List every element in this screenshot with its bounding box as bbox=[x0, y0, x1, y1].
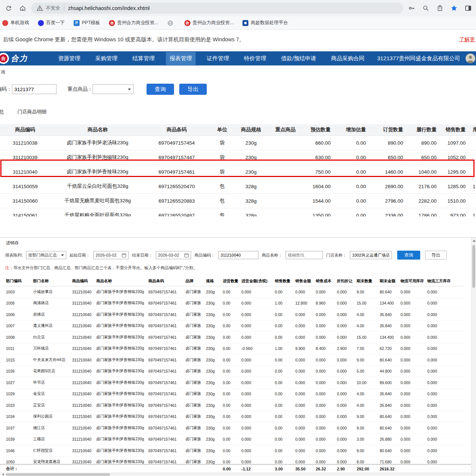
vertical-scrollbar[interactable] bbox=[471, 238, 476, 476]
table-cell: 0.000 bbox=[427, 320, 464, 332]
bookmark-item[interactable]: 单机游戏 bbox=[2, 20, 29, 26]
table-row[interactable]: 1015中天未来方舟H4店311210040卤门家族手剥笋香辣味230g6970… bbox=[3, 354, 464, 366]
table-cell: 0.00 bbox=[222, 445, 241, 457]
bookmark-item[interactable]: P PPT模板 bbox=[74, 20, 100, 26]
scroll-left-icon[interactable] bbox=[1, 473, 5, 476]
bookmark-item[interactable]: 合 贵州合力商业投资... bbox=[184, 20, 234, 26]
table-cell: 2176.00 bbox=[409, 179, 443, 194]
table-cell: 毕节店 bbox=[33, 377, 72, 389]
table-row[interactable]: 1006息烽店311210040卤门家族手剥笋香辣味230g6970497157… bbox=[3, 309, 464, 321]
report-type-label: 报表陈列: bbox=[5, 253, 23, 258]
url-bar[interactable]: 不安全 zhsapi.helichaoshi.com/index.xhtml bbox=[31, 3, 403, 14]
table-cell: 6970497157461 bbox=[148, 434, 185, 445]
key-product-select[interactable] bbox=[93, 84, 134, 94]
tab-summary-partial[interactable]: 总 bbox=[0, 109, 4, 115]
table-cell: 0.00 bbox=[222, 286, 241, 298]
table-row[interactable]: 311210040卤门家族手剥笋香辣味230g6970497157461袋230… bbox=[0, 165, 476, 179]
nav-item-specials[interactable]: 特价管理 bbox=[240, 52, 270, 65]
table-cell: 卤门家族手剥笋香辣味230g bbox=[96, 320, 148, 332]
table-row[interactable]: 311210038卤门家族手剥笋老汤味230g6970497157454袋230… bbox=[0, 136, 476, 150]
share-icon[interactable] bbox=[434, 2, 446, 15]
horizontal-scrollbar[interactable] bbox=[0, 473, 471, 476]
table-row[interactable]: 314150060千焙屋无糖黑麦吐司面包328g6971265520883包32… bbox=[0, 194, 476, 208]
sidebar-icon[interactable] bbox=[462, 2, 475, 15]
nav-item-purchase[interactable]: 采购管理 bbox=[91, 52, 121, 65]
nav-item-loans[interactable]: 借款/预结申请 bbox=[277, 52, 320, 65]
product-name-input[interactable] bbox=[286, 251, 323, 259]
product-code-input[interactable] bbox=[218, 251, 258, 259]
table-cell bbox=[472, 136, 476, 150]
table-row[interactable]: 1034保利公园店311210040卤门家族手剥笋香辣味230g69704971… bbox=[3, 411, 464, 422]
table-row[interactable]: 1033正安店311210040卤门家族手剥笋香辣味230g6970497157… bbox=[3, 400, 464, 411]
table-cell: 230g bbox=[206, 422, 222, 434]
bookmark-item[interactable]: 百度一下 bbox=[38, 20, 65, 26]
nav-item-reports[interactable]: 报表管理 bbox=[166, 52, 196, 65]
table-cell: 230g bbox=[206, 456, 222, 464]
home-icon[interactable] bbox=[16, 2, 29, 15]
nav-item-certificates[interactable]: 证件管理 bbox=[203, 52, 233, 65]
table-row[interactable]: 1027毕节店311210040卤门家族手剥笋香辣味230g6970497157… bbox=[3, 377, 464, 389]
start-date-input[interactable]: 2026-03-02 bbox=[93, 251, 129, 259]
table-row[interactable]: 1003小城故事店311210040卤门家族手剥笋香辣味230g69704971… bbox=[3, 286, 464, 298]
table-row[interactable]: 314150059千焙屋云朵白吐司面包328g6971265520470包328… bbox=[0, 179, 476, 194]
chevron-down-icon bbox=[61, 254, 64, 256]
table-row[interactable]: 311210039卤门家族手剥笋泡椒味230g6970497157447袋230… bbox=[0, 150, 476, 165]
scrollbar-thumb[interactable] bbox=[6, 473, 110, 476]
table-cell: 0.000 bbox=[295, 354, 315, 366]
table-cell: 0.000 bbox=[427, 366, 464, 377]
column-header: 商品规格 bbox=[236, 124, 266, 136]
table-cell: 0.000 bbox=[400, 366, 427, 377]
table-row[interactable]: 1005南浦路店311210040卤门家族手剥笋香辣味230g697049715… bbox=[3, 298, 464, 309]
table-row[interactable]: 1011万科城店311210040卤门家族手剥笋香辣味230g697049715… bbox=[3, 343, 464, 354]
key-icon[interactable] bbox=[405, 2, 418, 15]
table-row[interactable]: 合计：0.00-1.123.0035.5026.322.90292.002616… bbox=[3, 464, 464, 473]
table-row[interactable]: 1026花果园S区店311210040卤门家族手剥笋香辣味230g6970497… bbox=[3, 366, 464, 377]
table-cell: 0.000 bbox=[427, 445, 464, 457]
scroll-up-icon[interactable] bbox=[472, 238, 476, 243]
warning-icon bbox=[36, 5, 43, 12]
table-cell: 311210040 bbox=[72, 332, 96, 343]
bookmark-item[interactable] bbox=[167, 20, 176, 26]
table-cell: 0.000 bbox=[241, 411, 274, 422]
table-row[interactable]: 1007遵义播州店311210040卤门家族手剥笋香辣味230g69704971… bbox=[3, 320, 464, 332]
table-cell: 0.00 bbox=[222, 309, 241, 321]
panel-export-button[interactable]: 导出 bbox=[425, 251, 447, 260]
store-name-input[interactable] bbox=[350, 251, 392, 259]
table-row[interactable]: 1039三穗店311210040卤门家族手剥笋香辣味230g6970497157… bbox=[3, 434, 464, 445]
table-row[interactable]: 1050安龙翔龙嘉惠店311210040卤门家族手剥笋香辣味230g697049… bbox=[3, 456, 464, 464]
table-cell: 卤门家族手剥笋香辣味230g bbox=[96, 298, 148, 309]
table-cell: 卤门家族 bbox=[185, 366, 206, 377]
reload-icon[interactable] bbox=[2, 2, 15, 15]
panel-query-button[interactable]: 查询 bbox=[397, 251, 420, 260]
star-icon[interactable] bbox=[448, 2, 460, 15]
nav-item-resource[interactable]: 资源管理 bbox=[54, 52, 84, 65]
table-row[interactable]: 1037德江店311210040卤门家族手剥笋香辣味230g6970497157… bbox=[3, 422, 464, 434]
table-row[interactable]: 1046仁怀国贸店311210040卤门家族手剥笋香辣味230g69704971… bbox=[3, 445, 464, 457]
code-input[interactable] bbox=[12, 84, 57, 94]
table-cell: 89.600 bbox=[379, 377, 400, 389]
table-cell: 0.00 bbox=[274, 377, 295, 389]
table-row[interactable]: 1008白云店311210040卤门家族手剥笋香辣味230g6970497157… bbox=[3, 332, 464, 343]
nav-item-contracts[interactable]: 商品采购合同 bbox=[327, 52, 368, 65]
table-cell: 0.000 bbox=[315, 320, 337, 332]
nav-item-settlement[interactable]: 结算管理 bbox=[129, 52, 158, 65]
search-icon[interactable] bbox=[419, 2, 432, 15]
export-button[interactable]: 导出 bbox=[179, 84, 207, 95]
avatar[interactable] bbox=[466, 54, 475, 63]
tab-store-detail[interactable]: 门店商品明细 bbox=[17, 109, 46, 115]
table-cell bbox=[472, 150, 476, 165]
bookmark-item[interactable]: 商超数据处理平台 bbox=[242, 20, 288, 26]
scrollbar-thumb[interactable] bbox=[472, 245, 475, 288]
query-button[interactable]: 查询 bbox=[147, 84, 174, 95]
table-row[interactable]: 314150061千焙屋粗粮全面吐司面包328g6971265520487包32… bbox=[0, 208, 476, 217]
end-date-input[interactable]: 2026-03-02 bbox=[156, 251, 191, 259]
report-type-select[interactable]: 按部门商品汇总 bbox=[26, 251, 66, 259]
column-header: 折扣折让 bbox=[337, 276, 356, 286]
infobar-learn-more-link[interactable]: 了解更 bbox=[459, 36, 476, 43]
calendar-icon bbox=[122, 253, 126, 258]
table-row[interactable]: 1029金安店311210040卤门家族手剥笋香辣味230g6970497157… bbox=[3, 388, 464, 400]
table-cell: 0.00 bbox=[274, 456, 295, 464]
bookmark-item[interactable]: 合 贵州合力商业投资... bbox=[109, 20, 158, 26]
table-cell: 1007 bbox=[3, 320, 33, 332]
inventory-panel: 进销存 报表陈列: 按部门商品汇总 起始日期： 2026-03-02 结束日期：… bbox=[0, 237, 476, 476]
